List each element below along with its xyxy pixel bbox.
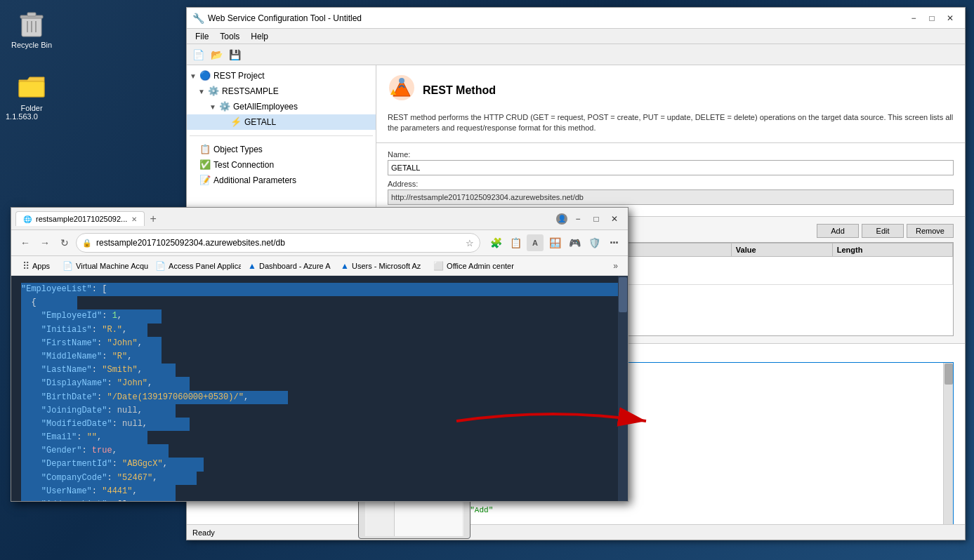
close-button[interactable]: ✕	[941, 10, 959, 27]
tree-test-connection[interactable]: ✅ Test Connection	[187, 157, 376, 173]
address-bar-container: 🔒 ☆	[76, 233, 480, 253]
extensions-icon[interactable]: 🧩	[487, 234, 504, 251]
tree-label: REST Project	[213, 71, 264, 81]
star-icon[interactable]: ☆	[466, 238, 474, 248]
address-label: Address:	[388, 180, 954, 188]
scrollbar-thumb[interactable]	[945, 364, 953, 385]
forward-button[interactable]: →	[37, 234, 53, 251]
tree-additional-params[interactable]: 📝 Additional Parameters	[187, 173, 376, 188]
bookmark-label-ap: Access Panel Applica	[169, 262, 241, 270]
bookmark-label-oa: Office Admin center	[447, 262, 514, 270]
name-input[interactable]	[388, 160, 954, 175]
browser-controls: ← → ↻ 🔒 ☆ 🧩 📋 A 🪟 🎮 🛡️ ···	[11, 230, 628, 256]
new-button[interactable]: 📄	[190, 46, 206, 63]
browser-maximize-btn[interactable]: □	[587, 211, 605, 227]
shield-icon[interactable]: 🛡️	[586, 234, 603, 251]
svg-point-10	[399, 78, 404, 84]
browser-content: "EmployeeList": [ { "EmployeeId": 1, "In…	[11, 276, 628, 501]
browser-titlebar: 🌐 restsample20171025092... ✕ + 👤 − □ ✕	[11, 208, 628, 230]
name-label: Name:	[388, 150, 954, 159]
tree-node-icon: 🔵	[199, 70, 211, 81]
bookmarks-bar: ⠿ Apps 📄 Virtual Machine Acqu 📄 Access P…	[11, 256, 628, 276]
form-section: Name: Address:	[376, 143, 965, 217]
reader-icon[interactable]: A	[527, 234, 544, 251]
open-button[interactable]: 📂	[208, 46, 225, 63]
bookmark-favicon-oa: ⬜	[433, 261, 444, 271]
bookmark-favicon-ap: 📄	[155, 261, 166, 271]
bookmark-vm[interactable]: 📄 Virtual Machine Acqu	[57, 260, 148, 272]
address-row: Address:	[388, 180, 954, 205]
tree-object-types[interactable]: 📋 Object Types	[187, 142, 376, 157]
browser-scrollbar-thumb[interactable]	[619, 277, 627, 312]
browser-close-btn[interactable]: ✕	[605, 211, 624, 227]
maximize-button[interactable]: □	[923, 10, 941, 27]
games-icon[interactable]: 🎮	[566, 234, 583, 251]
recycle-bin-icon[interactable]: Recycle Bin	[7, 7, 56, 52]
tab-label: restsample20171025092...	[36, 215, 127, 223]
tree-label: GetAllEmployees	[233, 102, 298, 112]
bookmark-label-us: Users - Microsoft Az	[352, 262, 421, 270]
tree-rest-project[interactable]: ▼ 🔵 REST Project	[187, 68, 376, 84]
tree-node-icon: ⚙️	[208, 86, 219, 97]
scrollbar[interactable]	[943, 363, 953, 532]
tree-arrow: ▼	[190, 72, 198, 80]
recycle-bin-label: Recycle Bin	[11, 41, 52, 49]
windows-icon[interactable]: 🪟	[546, 234, 563, 251]
bookmark-label-db: Dashboard - Azure A	[259, 262, 331, 270]
folder-icon[interactable]: Folder	[7, 70, 56, 115]
bookmark-users[interactable]: ▲ Users - Microsoft Az	[335, 260, 426, 272]
tree-restsample[interactable]: ▼ ⚙️ RESTSAMPLE	[187, 84, 376, 99]
tree-label: Test Connection	[213, 160, 274, 170]
save-button[interactable]: 💾	[226, 46, 243, 63]
tree-arrow	[221, 119, 229, 126]
bookmark-office[interactable]: ⬜ Office Admin center	[428, 260, 519, 272]
tab-icon: 🌐	[23, 215, 32, 223]
tree-getallemployees[interactable]: ▼ ⚙️ GetAllEmployees	[187, 99, 376, 114]
more-icon[interactable]: ···	[605, 234, 622, 251]
help-menu[interactable]: Help	[245, 30, 274, 43]
edit-button[interactable]: Edit	[862, 224, 904, 238]
close-tab-button[interactable]: ✕	[131, 215, 137, 223]
bookmark-access-panel[interactable]: 📄 Access Panel Applica	[150, 260, 241, 272]
browser-minimize-btn[interactable]: −	[569, 211, 587, 227]
toolbar: 📄 📂 💾	[187, 44, 965, 65]
tree-node-icon: ⚡	[230, 116, 242, 128]
app-icon: 🔧	[192, 13, 204, 24]
lock-icon: 🔒	[82, 239, 92, 248]
rest-method-icon	[388, 74, 416, 107]
rest-method-title: REST Method	[423, 84, 496, 97]
file-menu[interactable]: File	[190, 30, 214, 43]
browser-window-controls: 👤 − □ ✕	[555, 211, 624, 227]
browser-tab[interactable]: 🌐 restsample20171025092... ✕	[15, 211, 145, 226]
address-input[interactable]	[388, 189, 954, 205]
browser-action-icons: 🧩 📋 A 🪟 🎮 🛡️ ···	[487, 234, 622, 251]
bookmark-dashboard[interactable]: ▲ Dashboard - Azure A	[242, 260, 334, 272]
tree-node-icon: ✅	[199, 159, 211, 171]
remove-button[interactable]: Remove	[907, 224, 954, 238]
tree-label: RESTSAMPLE	[222, 86, 279, 96]
back-button[interactable]: ←	[17, 234, 34, 251]
tools-menu[interactable]: Tools	[214, 30, 245, 43]
main-status-bar: Ready	[187, 524, 965, 540]
main-title: Web Service Configuration Tool - Untitle…	[208, 13, 904, 23]
tree-separator	[190, 135, 373, 136]
tree-node-icon: 📋	[199, 144, 211, 155]
address-bar-input[interactable]	[96, 238, 461, 248]
bookmark-favicon-vm: 📄	[62, 261, 73, 271]
bookmark-label-vm: Virtual Machine Acqu	[76, 262, 148, 270]
minimize-button[interactable]: −	[904, 10, 923, 27]
params-buttons: Add Edit Remove	[817, 224, 954, 238]
tree-label: GETALL	[244, 117, 276, 127]
tree-getall[interactable]: ⚡ GETALL	[187, 114, 376, 130]
browser-scrollbar[interactable]	[618, 276, 628, 501]
add-button[interactable]: Add	[817, 224, 859, 238]
new-tab-button[interactable]: +	[145, 211, 162, 227]
copy-icon[interactable]: 📋	[507, 234, 524, 251]
browser-profile-icon[interactable]: 👤	[556, 213, 567, 225]
refresh-button[interactable]: ↻	[56, 234, 73, 251]
menu-bar: File Tools Help	[187, 29, 965, 44]
apps-grid-icon: ⠿	[22, 260, 29, 272]
bookmarks-more-button[interactable]: »	[609, 260, 622, 272]
apps-bookmark[interactable]: ⠿ Apps	[17, 259, 55, 273]
tree-node-icon: 📝	[199, 175, 211, 186]
